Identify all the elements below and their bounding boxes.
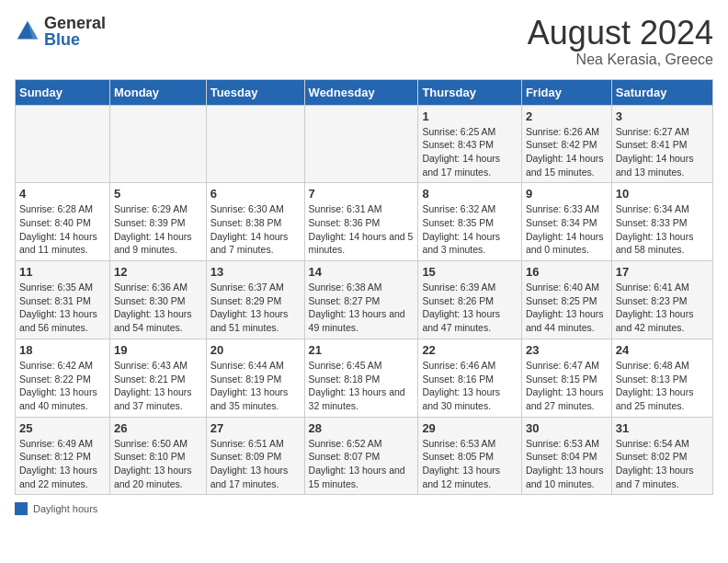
day-info: Sunrise: 6:49 AM Sunset: 8:12 PM Dayligh… <box>19 437 106 491</box>
calendar-day-cell: 5Sunrise: 6:29 AM Sunset: 8:39 PM Daylig… <box>109 183 206 261</box>
calendar-day-cell: 21Sunrise: 6:45 AM Sunset: 8:18 PM Dayli… <box>304 339 418 417</box>
calendar-day-cell <box>16 105 110 183</box>
calendar-day-cell: 11Sunrise: 6:35 AM Sunset: 8:31 PM Dayli… <box>16 261 110 339</box>
day-of-week-header: Wednesday <box>304 79 418 105</box>
day-info: Sunrise: 6:29 AM Sunset: 8:39 PM Dayligh… <box>114 202 202 257</box>
day-info: Sunrise: 6:53 AM Sunset: 8:05 PM Dayligh… <box>422 437 518 491</box>
day-info: Sunrise: 6:34 AM Sunset: 8:33 PM Dayligh… <box>616 202 709 257</box>
day-number: 20 <box>210 343 301 357</box>
day-number: 8 <box>422 187 518 201</box>
day-info: Sunrise: 6:47 AM Sunset: 8:15 PM Dayligh… <box>526 359 608 413</box>
day-info: Sunrise: 6:39 AM Sunset: 8:26 PM Dayligh… <box>422 281 518 335</box>
calendar-day-cell: 4Sunrise: 6:28 AM Sunset: 8:40 PM Daylig… <box>16 183 110 261</box>
day-number: 2 <box>526 109 608 123</box>
calendar-day-cell: 30Sunrise: 6:53 AM Sunset: 8:04 PM Dayli… <box>521 417 611 495</box>
calendar-day-cell: 24Sunrise: 6:48 AM Sunset: 8:13 PM Dayli… <box>611 339 712 417</box>
day-info: Sunrise: 6:25 AM Sunset: 8:43 PM Dayligh… <box>422 125 518 179</box>
day-number: 12 <box>114 265 202 279</box>
day-info: Sunrise: 6:36 AM Sunset: 8:30 PM Dayligh… <box>114 281 202 335</box>
calendar-day-cell: 31Sunrise: 6:54 AM Sunset: 8:02 PM Dayli… <box>611 417 712 495</box>
day-of-week-header: Sunday <box>16 79 110 105</box>
day-number: 13 <box>210 265 301 279</box>
day-info: Sunrise: 6:50 AM Sunset: 8:10 PM Dayligh… <box>114 437 202 491</box>
day-info: Sunrise: 6:40 AM Sunset: 8:25 PM Dayligh… <box>526 281 608 335</box>
day-info: Sunrise: 6:41 AM Sunset: 8:23 PM Dayligh… <box>616 281 709 335</box>
calendar-day-cell <box>109 105 206 183</box>
day-info: Sunrise: 6:26 AM Sunset: 8:42 PM Dayligh… <box>526 125 608 179</box>
calendar-day-cell <box>206 105 304 183</box>
day-info: Sunrise: 6:48 AM Sunset: 8:13 PM Dayligh… <box>616 359 709 413</box>
day-number: 6 <box>210 187 301 201</box>
day-number: 17 <box>616 265 709 279</box>
day-number: 11 <box>19 265 106 279</box>
calendar-day-cell: 27Sunrise: 6:51 AM Sunset: 8:09 PM Dayli… <box>206 417 304 495</box>
day-info: Sunrise: 6:44 AM Sunset: 8:19 PM Dayligh… <box>210 359 301 413</box>
calendar-day-cell: 29Sunrise: 6:53 AM Sunset: 8:05 PM Dayli… <box>418 417 522 495</box>
calendar-title: August 2024 <box>528 15 713 52</box>
day-number: 30 <box>526 421 608 435</box>
page-header: General Blue August 2024 Nea Kerasia, Gr… <box>15 15 713 68</box>
day-number: 3 <box>616 109 709 123</box>
day-info: Sunrise: 6:43 AM Sunset: 8:21 PM Dayligh… <box>114 359 202 413</box>
calendar-day-cell: 25Sunrise: 6:49 AM Sunset: 8:12 PM Dayli… <box>16 417 110 495</box>
logo: General Blue <box>15 15 106 48</box>
calendar-day-cell: 9Sunrise: 6:33 AM Sunset: 8:34 PM Daylig… <box>521 183 611 261</box>
title-block: August 2024 Nea Kerasia, Greece <box>528 15 713 68</box>
logo-icon <box>15 18 40 44</box>
calendar-day-cell: 15Sunrise: 6:39 AM Sunset: 8:26 PM Dayli… <box>418 261 522 339</box>
day-number: 28 <box>309 421 415 435</box>
day-number: 19 <box>114 343 202 357</box>
day-info: Sunrise: 6:33 AM Sunset: 8:34 PM Dayligh… <box>526 202 608 257</box>
calendar-week-row: 11Sunrise: 6:35 AM Sunset: 8:31 PM Dayli… <box>16 261 713 339</box>
day-number: 31 <box>616 421 709 435</box>
calendar-table: SundayMondayTuesdayWednesdayThursdayFrid… <box>15 79 713 496</box>
day-of-week-header: Tuesday <box>206 79 304 105</box>
day-info: Sunrise: 6:42 AM Sunset: 8:22 PM Dayligh… <box>19 359 106 413</box>
day-number: 21 <box>309 343 415 357</box>
day-info: Sunrise: 6:30 AM Sunset: 8:38 PM Dayligh… <box>210 202 301 257</box>
calendar-day-cell: 23Sunrise: 6:47 AM Sunset: 8:15 PM Dayli… <box>521 339 611 417</box>
calendar-week-row: 1Sunrise: 6:25 AM Sunset: 8:43 PM Daylig… <box>16 105 713 183</box>
day-number: 23 <box>526 343 608 357</box>
calendar-day-cell: 19Sunrise: 6:43 AM Sunset: 8:21 PM Dayli… <box>109 339 206 417</box>
day-info: Sunrise: 6:28 AM Sunset: 8:40 PM Dayligh… <box>19 202 106 257</box>
calendar-day-cell <box>304 105 418 183</box>
logo-blue-text: Blue <box>44 31 106 48</box>
calendar-week-row: 25Sunrise: 6:49 AM Sunset: 8:12 PM Dayli… <box>16 417 713 495</box>
day-info: Sunrise: 6:51 AM Sunset: 8:09 PM Dayligh… <box>210 437 301 491</box>
calendar-day-cell: 1Sunrise: 6:25 AM Sunset: 8:43 PM Daylig… <box>418 105 522 183</box>
day-of-week-header: Friday <box>521 79 611 105</box>
day-info: Sunrise: 6:52 AM Sunset: 8:07 PM Dayligh… <box>309 437 415 491</box>
day-of-week-header: Monday <box>109 79 206 105</box>
day-number: 9 <box>526 187 608 201</box>
calendar-day-cell: 2Sunrise: 6:26 AM Sunset: 8:42 PM Daylig… <box>521 105 611 183</box>
calendar-day-cell: 14Sunrise: 6:38 AM Sunset: 8:27 PM Dayli… <box>304 261 418 339</box>
day-info: Sunrise: 6:38 AM Sunset: 8:27 PM Dayligh… <box>309 281 415 335</box>
day-number: 5 <box>114 187 202 201</box>
calendar-day-cell: 10Sunrise: 6:34 AM Sunset: 8:33 PM Dayli… <box>611 183 712 261</box>
calendar-subtitle: Nea Kerasia, Greece <box>528 52 713 68</box>
day-number: 18 <box>19 343 106 357</box>
day-number: 10 <box>616 187 709 201</box>
day-info: Sunrise: 6:45 AM Sunset: 8:18 PM Dayligh… <box>309 359 415 413</box>
logo-general-text: General <box>44 15 106 31</box>
day-info: Sunrise: 6:31 AM Sunset: 8:36 PM Dayligh… <box>309 202 415 257</box>
day-info: Sunrise: 6:27 AM Sunset: 8:41 PM Dayligh… <box>616 125 709 179</box>
day-info: Sunrise: 6:54 AM Sunset: 8:02 PM Dayligh… <box>616 437 709 491</box>
day-info: Sunrise: 6:37 AM Sunset: 8:29 PM Dayligh… <box>210 281 301 335</box>
calendar-day-cell: 3Sunrise: 6:27 AM Sunset: 8:41 PM Daylig… <box>611 105 712 183</box>
day-number: 4 <box>19 187 106 201</box>
calendar-day-cell: 16Sunrise: 6:40 AM Sunset: 8:25 PM Dayli… <box>521 261 611 339</box>
day-number: 27 <box>210 421 301 435</box>
day-number: 22 <box>422 343 518 357</box>
legend-label: Daylight hours <box>33 503 97 514</box>
calendar-day-cell: 28Sunrise: 6:52 AM Sunset: 8:07 PM Dayli… <box>304 417 418 495</box>
day-number: 25 <box>19 421 106 435</box>
day-number: 1 <box>422 109 518 123</box>
legend: Daylight hours <box>15 502 713 515</box>
day-of-week-header: Saturday <box>611 79 712 105</box>
day-number: 14 <box>309 265 415 279</box>
day-info: Sunrise: 6:32 AM Sunset: 8:35 PM Dayligh… <box>422 202 518 257</box>
day-info: Sunrise: 6:46 AM Sunset: 8:16 PM Dayligh… <box>422 359 518 413</box>
calendar-day-cell: 12Sunrise: 6:36 AM Sunset: 8:30 PM Dayli… <box>109 261 206 339</box>
